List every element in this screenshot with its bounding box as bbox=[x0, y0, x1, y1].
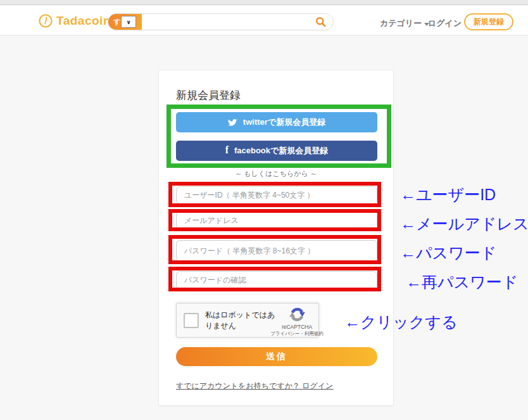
nav-login-label: ログイン bbox=[428, 18, 462, 29]
twitter-signup-button[interactable]: twitterで新規会員登録 bbox=[176, 112, 377, 132]
divider-text: ～ もしくはこちらから ～ bbox=[159, 169, 393, 179]
password-input[interactable] bbox=[176, 240, 377, 262]
twitter-signup-label: twitterで新規会員登録 bbox=[243, 117, 325, 128]
submit-button[interactable]: 送信 bbox=[176, 347, 377, 366]
annotation-arrow-password-confirm: ←再パスワード bbox=[406, 272, 518, 293]
email-input[interactable] bbox=[176, 212, 377, 229]
login-link[interactable]: すでにアカウントをお持ちですか？ ログイン bbox=[176, 381, 333, 391]
signup-button-label: 新規登録 bbox=[474, 16, 504, 27]
recaptcha-logo-column: reCAPTCHA プライバシー・利用規約 bbox=[279, 306, 315, 337]
site-header: Tadacoin す ∨ カテゴリー ログイン 新規登録 bbox=[0, 6, 528, 35]
search-icon[interactable] bbox=[315, 16, 326, 27]
recaptcha-icon bbox=[289, 306, 306, 323]
submit-button-label: 送信 bbox=[266, 351, 287, 361]
chevron-down-icon: ∨ bbox=[127, 19, 131, 25]
search-bar: す ∨ bbox=[108, 13, 334, 30]
top-strip bbox=[0, 0, 528, 5]
recaptcha-brand: reCAPTCHA bbox=[282, 324, 312, 330]
annotation-arrow-password: ←パスワード bbox=[400, 243, 496, 264]
annotation-arrow-user-id: ←ユーザーID bbox=[400, 184, 496, 205]
twitter-icon bbox=[228, 118, 237, 127]
search-input[interactable] bbox=[142, 14, 315, 30]
page-title: 新規会員登録 bbox=[176, 88, 241, 103]
tadacoin-logo[interactable]: Tadacoin bbox=[38, 13, 111, 29]
registration-card: 新規会員登録 twitterで新規会員登録 f facebookで新規会員登録 … bbox=[158, 70, 394, 406]
category-select[interactable]: ∨ bbox=[121, 16, 136, 28]
nav-login[interactable]: ログイン bbox=[428, 18, 462, 29]
recaptcha-label: 私はロボットではありません bbox=[205, 310, 282, 330]
password-confirm-input[interactable] bbox=[176, 271, 377, 289]
recaptcha-widget: 私はロボットではありません reCAPTCHA プライバシー・利用規約 bbox=[176, 303, 319, 338]
search-category-pill[interactable]: す ∨ bbox=[108, 13, 142, 30]
facebook-icon: f bbox=[225, 144, 229, 156]
facebook-signup-label: facebookで新規会員登録 bbox=[234, 145, 328, 156]
coin-icon bbox=[38, 13, 53, 29]
logo-text: Tadacoin bbox=[56, 14, 111, 28]
signup-button[interactable]: 新規登録 bbox=[464, 13, 513, 30]
nav-category-label: カテゴリー bbox=[380, 18, 422, 29]
recaptcha-terms-link[interactable]: プライバシー・利用規約 bbox=[270, 331, 323, 337]
recaptcha-checkbox[interactable] bbox=[184, 313, 199, 328]
user-id-input[interactable] bbox=[176, 186, 377, 204]
facebook-signup-button[interactable]: f facebookで新規会員登録 bbox=[176, 141, 377, 161]
search-category-label: す bbox=[113, 17, 120, 27]
nav-category[interactable]: カテゴリー bbox=[380, 18, 429, 29]
annotation-arrow-email: ←メールアドレス bbox=[400, 213, 528, 234]
